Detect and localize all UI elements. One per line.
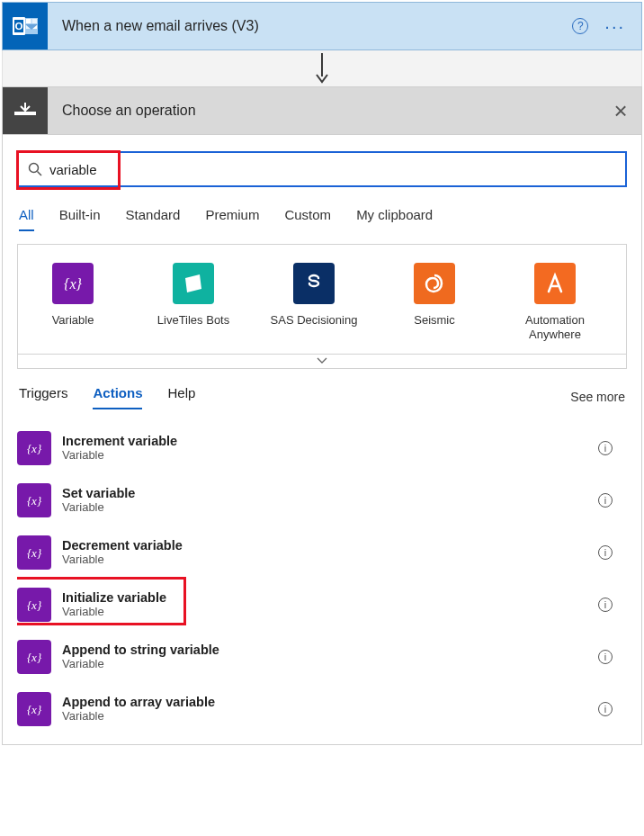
connector-sas-decisioning[interactable]: SAS Decisioning — [266, 263, 362, 343]
svg-text:{x}: {x} — [27, 442, 42, 455]
seismic-icon — [414, 263, 455, 304]
search-box[interactable] — [17, 151, 627, 187]
svg-rect-6 — [32, 19, 38, 23]
info-icon[interactable]: i — [598, 493, 613, 508]
action-subtitle: Variable — [62, 709, 587, 723]
connector-automation-anywhere[interactable]: Automation Anywhere — [507, 263, 603, 343]
action-increment-variable[interactable]: {x}Increment variableVariablei — [17, 422, 627, 474]
action-name: Increment variable — [62, 434, 587, 448]
variable-icon: {x} — [17, 640, 51, 674]
section-tab-actions[interactable]: Actions — [93, 385, 142, 409]
connector-label: SAS Decisioning — [271, 313, 358, 328]
svg-point-11 — [30, 164, 39, 173]
help-icon[interactable]: ? — [572, 18, 588, 34]
connector-label: Automation Anywhere — [507, 313, 603, 343]
section-tab-triggers[interactable]: Triggers — [19, 385, 67, 409]
variable-icon: {x} — [17, 483, 51, 517]
action-text: Append to array variableVariable — [62, 695, 587, 723]
action-append-to-array-variable[interactable]: {x}Append to array variableVariablei — [17, 683, 627, 735]
info-icon[interactable]: i — [598, 650, 613, 664]
livetiles-bots-icon — [173, 263, 214, 304]
section-tabs: TriggersActionsHelp — [19, 385, 195, 409]
operation-header: Choose an operation × — [2, 86, 642, 135]
svg-line-12 — [38, 172, 42, 176]
action-append-to-string-variable[interactable]: {x}Append to string variableVariablei — [17, 631, 627, 683]
category-tab-all[interactable]: All — [19, 207, 34, 231]
see-more-link[interactable]: See more — [570, 390, 625, 404]
connector-label: Variable — [52, 313, 94, 328]
connector-label: LiveTiles Bots — [157, 313, 229, 328]
svg-text:{x}: {x} — [27, 546, 42, 560]
action-text: Append to string variableVariable — [62, 643, 587, 670]
action-name: Set variable — [62, 486, 587, 500]
action-name: Decrement variable — [62, 538, 587, 553]
variable-icon: {x} — [17, 588, 51, 622]
trigger-card[interactable]: When a new email arrives (V3) ? ··· — [2, 2, 642, 50]
category-tabs: AllBuilt-inStandardPremiumCustomMy clipb… — [17, 207, 627, 231]
operation-panel: AllBuilt-inStandardPremiumCustomMy clipb… — [2, 135, 642, 745]
actions-list[interactable]: {x}Increment variableVariablei{x}Set var… — [17, 422, 627, 735]
variable-icon: {x} — [52, 263, 94, 304]
connector-variable[interactable]: {x}Variable — [25, 263, 121, 343]
sas-decisioning-icon — [293, 263, 335, 304]
search-input[interactable] — [49, 162, 616, 177]
search-icon — [28, 162, 42, 176]
category-tab-premium[interactable]: Premium — [205, 207, 259, 231]
info-icon[interactable]: i — [598, 598, 613, 612]
info-icon[interactable]: i — [598, 702, 613, 716]
variable-icon: {x} — [17, 431, 51, 465]
outlook-icon — [3, 3, 48, 49]
action-decrement-variable[interactable]: {x}Decrement variableVariablei — [17, 526, 627, 579]
section-tab-help[interactable]: Help — [167, 385, 195, 409]
connectors: {x}VariableLiveTiles BotsSAS Decisioning… — [17, 244, 627, 355]
category-tab-standard[interactable]: Standard — [126, 207, 181, 231]
category-tab-built-in[interactable]: Built-in — [59, 207, 101, 231]
action-subtitle: Variable — [62, 448, 587, 462]
info-icon[interactable]: i — [598, 545, 613, 560]
svg-rect-5 — [26, 19, 31, 23]
action-subtitle: Variable — [62, 657, 587, 670]
action-text: Set variableVariable — [62, 486, 587, 514]
action-text: Decrement variableVariable — [62, 538, 587, 566]
trigger-title: When a new email arrives (V3) — [48, 18, 572, 34]
category-tab-custom[interactable]: Custom — [284, 207, 331, 231]
action-set-variable[interactable]: {x}Set variableVariablei — [17, 474, 627, 526]
action-name: Append to array variable — [62, 695, 587, 709]
close-icon[interactable]: × — [600, 97, 641, 125]
automation-anywhere-icon — [534, 263, 576, 304]
action-name: Append to string variable — [62, 643, 587, 657]
svg-text:{x}: {x} — [27, 703, 42, 716]
svg-text:{x}: {x} — [27, 494, 42, 508]
svg-text:{x}: {x} — [27, 651, 42, 664]
connector-seismic[interactable]: Seismic — [387, 263, 482, 343]
svg-text:{x}: {x} — [64, 276, 83, 292]
variable-icon: {x} — [17, 692, 51, 726]
info-icon[interactable]: i — [598, 441, 613, 455]
action-text: Increment variableVariable — [62, 434, 587, 462]
action-subtitle: Variable — [62, 553, 587, 566]
action-name: Initialize variable — [62, 590, 587, 605]
action-text: Initialize variableVariable — [62, 590, 587, 618]
svg-text:{x}: {x} — [27, 598, 42, 612]
svg-point-3 — [17, 23, 21, 29]
action-subtitle: Variable — [62, 500, 587, 514]
choose-operation-icon — [3, 87, 48, 134]
action-initialize-variable[interactable]: {x}Initialize variableVariablei — [17, 579, 627, 631]
svg-rect-10 — [14, 112, 36, 115]
category-tab-my-clipboard[interactable]: My clipboard — [356, 207, 433, 231]
chevron-down-icon — [317, 357, 327, 364]
connector-label: Seismic — [414, 313, 455, 328]
variable-icon: {x} — [17, 535, 51, 570]
connector-livetiles-bots[interactable]: LiveTiles Bots — [146, 263, 241, 343]
expand-connectors[interactable] — [17, 355, 627, 369]
flow-arrow — [2, 50, 642, 86]
action-subtitle: Variable — [62, 605, 587, 618]
operation-title: Choose an operation — [48, 103, 600, 119]
